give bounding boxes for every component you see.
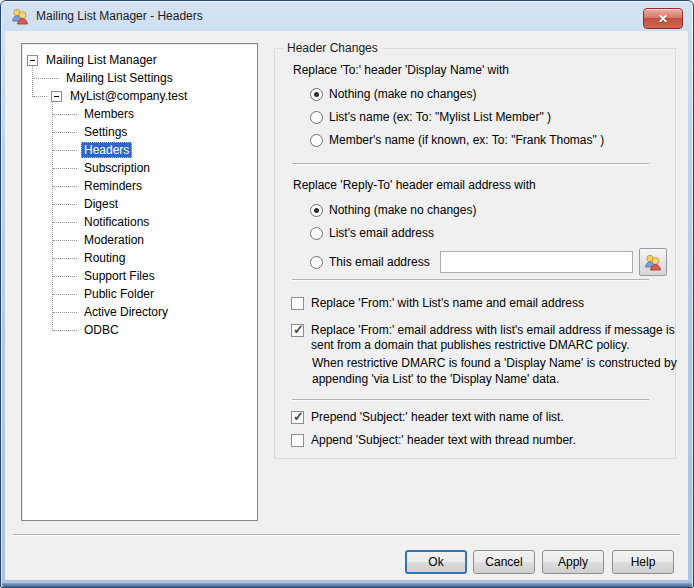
header-changes-group: Header Changes Replace 'To:' header 'Dis… [274, 48, 676, 459]
dmarc-checkbox-row[interactable]: Replace 'From:' email address with list'… [291, 323, 675, 353]
radio-button[interactable] [310, 256, 323, 269]
navigation-tree[interactable]: Mailing List ManagerMailing List Setting… [21, 43, 258, 521]
radio-button[interactable] [310, 204, 323, 217]
replace-from-checkbox[interactable] [291, 297, 304, 310]
dmarc-note: When restrictive DMARC is found a 'Displ… [312, 355, 684, 387]
separator [292, 399, 649, 401]
tree-connector-dots [53, 330, 77, 331]
radio-button[interactable] [310, 134, 323, 147]
tree-item-members[interactable]: Members [22, 105, 257, 123]
tree-item-mailing-list-settings[interactable]: Mailing List Settings [22, 69, 257, 87]
tree-item-moderation[interactable]: Moderation [22, 231, 257, 249]
radio-label: This email address [329, 255, 430, 269]
tree-connector-dots [33, 96, 47, 97]
tree-item-label: ODBC [81, 322, 122, 338]
prepend-subject-checkbox-row[interactable]: Prepend 'Subject:' header text with name… [291, 410, 564, 425]
tree-connector-dots [53, 150, 77, 151]
close-button[interactable]: ✕ [643, 8, 683, 29]
tree-collapse-icon[interactable] [27, 55, 38, 66]
tree-item-label: Support Files [81, 268, 158, 284]
this-email-address-input[interactable] [440, 251, 633, 273]
replace-from-label: Replace 'From:' with List's name and ema… [311, 296, 584, 311]
close-icon: ✕ [658, 13, 668, 25]
radio-option-list-s-email-address[interactable]: List's email address [310, 225, 667, 241]
radio-option-nothing-make-no-changes[interactable]: Nothing (make no changes) [310, 86, 604, 102]
radio-button[interactable] [310, 88, 323, 101]
replace-replyto-options: Nothing (make no changes)List's email ad… [310, 202, 667, 283]
dmarc-checkbox[interactable] [291, 324, 304, 337]
tree-connector-dots [33, 78, 59, 79]
tree-connector-dots [53, 186, 77, 187]
tree-item-label: Active Directory [81, 304, 171, 320]
tree-item-public-folder[interactable]: Public Folder [22, 285, 257, 303]
tree-item-label: Moderation [81, 232, 147, 248]
tree-connector-dots [53, 294, 77, 295]
tree-connector-dots [53, 258, 77, 259]
replace-from-checkbox-row[interactable]: Replace 'From:' with List's name and ema… [291, 296, 584, 311]
radio-option-member-s-name-if-known-ex-to-frank-thoma[interactable]: Member's name (if known, ex: To: "Frank … [310, 132, 604, 148]
apply-button[interactable]: Apply [542, 550, 604, 574]
tree-item-label: Digest [81, 196, 121, 212]
tree-item-reminders[interactable]: Reminders [22, 177, 257, 195]
tree-item-mylist-company-test[interactable]: MyList@company.test [22, 87, 257, 105]
tree-item-support-files[interactable]: Support Files [22, 267, 257, 285]
ok-button[interactable]: Ok [405, 550, 467, 574]
append-subject-checkbox[interactable] [291, 434, 304, 447]
window-frame-bottom [2, 583, 692, 587]
tree-connector-dots [53, 240, 77, 241]
tree-connector-dots [53, 168, 77, 169]
radio-option-this-email-address[interactable]: This email address [310, 248, 667, 276]
tree-item-mailing-list-manager[interactable]: Mailing List Manager [22, 51, 257, 69]
help-button[interactable]: Help [612, 550, 674, 574]
tree-connector-dots [53, 204, 77, 205]
append-subject-label: Append 'Subject:' header text with threa… [311, 433, 576, 448]
tree-item-label: MyList@company.test [67, 88, 190, 104]
prepend-subject-label: Prepend 'Subject:' header text with name… [311, 410, 564, 425]
tree-collapse-icon[interactable] [51, 91, 62, 102]
group-title: Header Changes [283, 41, 382, 55]
separator [292, 279, 649, 281]
prepend-subject-checkbox[interactable] [291, 411, 304, 424]
radio-label: List's email address [329, 226, 434, 240]
radio-label: Nothing (make no changes) [329, 203, 476, 217]
radio-label: Member's name (if known, ex: To: "Frank … [329, 133, 604, 147]
tree-item-label: Members [81, 106, 137, 122]
tree-item-label: Public Folder [81, 286, 157, 302]
replace-to-label: Replace 'To:' header 'Display Name' with [293, 63, 509, 77]
tree-item-settings[interactable]: Settings [22, 123, 257, 141]
tree-item-label: Headers [81, 142, 132, 158]
tree-item-label: Mailing List Settings [63, 70, 176, 86]
radio-option-nothing-make-no-changes[interactable]: Nothing (make no changes) [310, 202, 667, 218]
radio-option-list-s-name-ex-to-mylist-list-member[interactable]: List's name (ex: To: "Mylist List Member… [310, 109, 604, 125]
replace-to-options: Nothing (make no changes)List's name (ex… [310, 86, 604, 155]
tree-item-odbc[interactable]: ODBC [22, 321, 257, 339]
dialog-client-area: Mailing List ManagerMailing List Setting… [5, 31, 688, 580]
tree-item-subscription[interactable]: Subscription [22, 159, 257, 177]
radio-label: Nothing (make no changes) [329, 87, 476, 101]
tree-item-label: Reminders [81, 178, 145, 194]
contacts-people-icon-button[interactable] [639, 248, 667, 276]
tree-item-label: Routing [81, 250, 128, 266]
tree-connector-dots [53, 276, 77, 277]
tree-item-label: Mailing List Manager [43, 52, 160, 68]
radio-label: List's name (ex: To: "Mylist List Member… [329, 110, 551, 124]
dialog-window: Mailing List Manager - Headers ✕ Mailing… [0, 0, 694, 588]
tree-connector-dots [53, 312, 77, 313]
tree-connector-dots [53, 132, 77, 133]
tree-item-notifications[interactable]: Notifications [22, 213, 257, 231]
people-icon [10, 7, 30, 25]
tree-item-label: Settings [81, 124, 130, 140]
tree-item-digest[interactable]: Digest [22, 195, 257, 213]
tree-item-routing[interactable]: Routing [22, 249, 257, 267]
cancel-button[interactable]: Cancel [473, 550, 535, 574]
tree-connector-dots [53, 222, 77, 223]
tree-item-active-directory[interactable]: Active Directory [22, 303, 257, 321]
titlebar: Mailing List Manager - Headers ✕ [1, 1, 693, 31]
radio-button[interactable] [310, 111, 323, 124]
append-subject-checkbox-row[interactable]: Append 'Subject:' header text with threa… [291, 433, 576, 448]
replace-replyto-label: Replace 'Reply-To' header email address … [293, 178, 536, 192]
footer-separator [13, 534, 680, 536]
tree-item-label: Subscription [81, 160, 153, 176]
tree-item-headers[interactable]: Headers [22, 141, 257, 159]
radio-button[interactable] [310, 227, 323, 240]
